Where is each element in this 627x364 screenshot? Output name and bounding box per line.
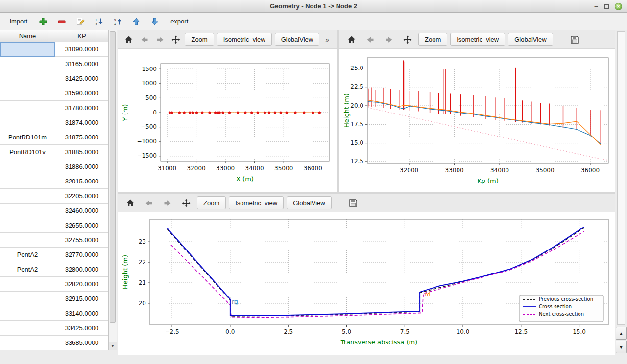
table-row[interactable]: 32755.0000 — [0, 233, 108, 248]
global-view-button[interactable]: GlobalView — [275, 33, 320, 46]
table-row[interactable]: 33140.0000 — [0, 306, 108, 321]
cell-kp[interactable]: 32460.0000 — [55, 204, 108, 218]
scroll-down-button[interactable]: ▼ — [616, 341, 627, 353]
toolbar-overflow-button[interactable]: » — [322, 36, 332, 44]
scroll-up-button[interactable]: ▲ — [616, 327, 627, 340]
cell-kp[interactable]: 31590.0000 — [55, 86, 108, 101]
plan-view-plot[interactable]: 310003200033000340003500036000−1500−1000… — [118, 49, 337, 192]
sort-ascending-button[interactable]: 91 — [111, 15, 124, 28]
table-scrollbar-thumb[interactable] — [110, 31, 116, 323]
table-row[interactable]: 32915.0000 — [0, 292, 108, 306]
save-figure-button[interactable] — [345, 196, 361, 210]
cell-name[interactable]: PontA2 — [0, 262, 55, 277]
table-row[interactable]: 33425.0000 — [0, 321, 108, 336]
cell-name[interactable]: PontRD101v — [0, 145, 55, 159]
table-row[interactable]: 32820.0000 — [0, 277, 108, 292]
cell-kp[interactable]: 31875.0000 — [55, 130, 108, 145]
table-row[interactable]: PontA232770.0000 — [0, 248, 108, 262]
move-down-button[interactable] — [148, 15, 162, 28]
close-button[interactable]: ✕ — [615, 3, 622, 10]
minimize-button[interactable]: − — [594, 4, 598, 9]
cell-name[interactable] — [0, 159, 55, 174]
cell-name[interactable] — [0, 174, 55, 189]
cell-name[interactable] — [0, 189, 55, 204]
cell-name[interactable] — [0, 71, 55, 86]
cell-name[interactable] — [0, 204, 55, 218]
isometric-view-button[interactable]: Isometric_view — [217, 33, 272, 46]
column-header-kp[interactable]: KP — [55, 30, 108, 42]
home-button[interactable] — [122, 196, 138, 210]
global-view-button[interactable]: GlobalView — [287, 196, 332, 209]
cell-kp[interactable]: 32015.0000 — [55, 174, 108, 189]
long-profile-plot[interactable]: 320003300034000350003600012.515.017.520.… — [339, 49, 615, 192]
table-row[interactable]: 31780.0000 — [0, 101, 108, 115]
table-row[interactable]: PontRD101v31885.0000 — [0, 145, 108, 159]
cell-kp[interactable]: 32655.0000 — [55, 218, 108, 233]
isometric-view-button[interactable]: Isometric_view — [229, 196, 284, 209]
export-button[interactable]: export — [167, 16, 192, 27]
table-row[interactable]: 31590.0000 — [0, 86, 108, 101]
table-row[interactable]: 31874.0000 — [0, 115, 108, 130]
home-button[interactable] — [122, 33, 135, 46]
table-scroll-down-button[interactable]: ▼ — [109, 342, 117, 350]
table-row[interactable]: 31886.0000 — [0, 159, 108, 174]
cell-kp[interactable]: 32915.0000 — [55, 292, 108, 306]
cell-kp[interactable]: 32770.0000 — [55, 248, 108, 262]
home-button[interactable] — [344, 33, 360, 46]
cell-kp[interactable]: 31886.0000 — [55, 159, 108, 174]
table-row[interactable]: 32460.0000 — [0, 204, 108, 218]
pan-button[interactable] — [169, 33, 182, 46]
cell-name[interactable] — [0, 57, 55, 71]
edit-button[interactable] — [73, 15, 87, 28]
save-figure-button[interactable] — [567, 33, 582, 46]
back-button[interactable] — [138, 33, 151, 46]
cell-kp[interactable]: 32755.0000 — [55, 233, 108, 248]
table-row[interactable]: PontRD101m31875.0000 — [0, 130, 108, 145]
table-row[interactable]: PontA232800.0000 — [0, 262, 108, 277]
table-row[interactable]: 32205.0000 — [0, 189, 108, 204]
pan-button[interactable] — [178, 196, 194, 210]
cell-name[interactable] — [0, 277, 55, 292]
cell-kp[interactable]: 31425.0000 — [55, 71, 108, 86]
table-scrollbar[interactable]: ▼ — [108, 30, 117, 350]
forward-button[interactable] — [381, 33, 397, 46]
cell-name[interactable]: PontA2 — [0, 248, 55, 262]
cell-kp[interactable]: 32205.0000 — [55, 189, 108, 204]
table-row[interactable]: 32015.0000 — [0, 174, 108, 189]
pan-button[interactable] — [400, 33, 415, 46]
table-row[interactable]: 32655.0000 — [0, 218, 108, 233]
cell-kp[interactable]: 32800.0000 — [55, 262, 108, 277]
table-row[interactable]: 31090.0000 — [0, 42, 108, 57]
move-up-button[interactable] — [129, 15, 143, 28]
cell-name[interactable] — [0, 115, 55, 130]
cell-kp[interactable]: 32820.0000 — [55, 277, 108, 292]
cell-name[interactable] — [0, 292, 55, 306]
isometric-view-button[interactable]: Isometric_view — [450, 33, 505, 46]
cell-name[interactable] — [0, 86, 55, 101]
forward-button[interactable] — [154, 33, 167, 46]
back-button[interactable] — [141, 196, 157, 210]
cell-kp[interactable]: 31885.0000 — [55, 145, 108, 159]
cross-section-plot[interactable]: −2.50.02.55.07.510.012.515.020212223rgrd… — [118, 212, 615, 355]
forward-button[interactable] — [160, 196, 175, 210]
table-row[interactable]: 31165.0000 — [0, 57, 108, 71]
add-row-button[interactable] — [36, 15, 50, 28]
cell-kp[interactable]: 31780.0000 — [55, 101, 108, 115]
zoom-button[interactable]: Zoom — [185, 33, 214, 46]
cell-kp[interactable]: 31090.0000 — [55, 42, 108, 57]
import-button[interactable]: import — [6, 16, 31, 27]
global-view-button[interactable]: GlobalView — [508, 33, 553, 46]
cell-kp[interactable]: 31165.0000 — [55, 57, 108, 71]
cell-kp[interactable]: 31874.0000 — [55, 115, 108, 130]
cell-name[interactable] — [0, 321, 55, 336]
column-header-name[interactable]: Name — [0, 30, 55, 42]
zoom-button[interactable]: Zoom — [197, 196, 226, 209]
zoom-button[interactable]: Zoom — [418, 33, 447, 46]
table-row[interactable]: 31425.0000 — [0, 71, 108, 86]
cell-name[interactable] — [0, 336, 55, 350]
cell-kp[interactable]: 33140.0000 — [55, 306, 108, 321]
cell-name[interactable]: PontRD101m — [0, 130, 55, 145]
restore-button[interactable] — [604, 4, 609, 9]
cell-name[interactable] — [0, 42, 55, 57]
cell-name[interactable] — [0, 233, 55, 248]
